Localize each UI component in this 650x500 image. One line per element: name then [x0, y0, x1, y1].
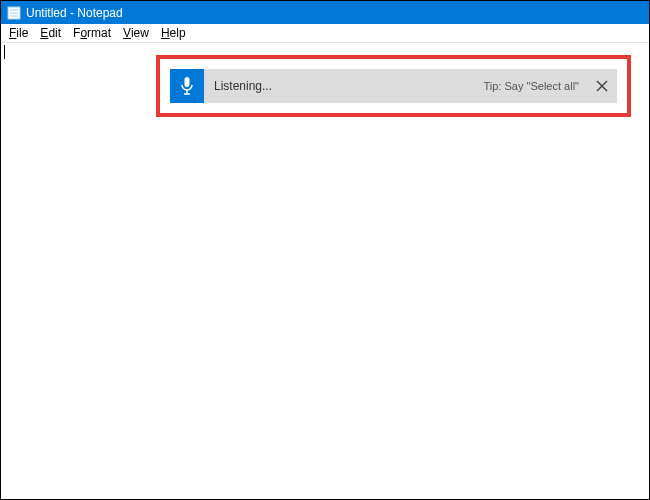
svg-rect-4: [185, 77, 190, 87]
dictation-toolbar: Listening... Tip: Say "Select all": [170, 69, 617, 103]
dictation-tip: Tip: Say "Select all": [484, 80, 587, 92]
notepad-icon: [7, 6, 21, 20]
window-titlebar: Untitled - Notepad: [1, 1, 649, 24]
microphone-icon: [179, 76, 195, 96]
annotation-highlight: Listening... Tip: Say "Select all": [156, 55, 631, 117]
menu-view[interactable]: View: [117, 25, 155, 41]
dictation-status: Listening...: [204, 79, 484, 93]
close-button[interactable]: [587, 69, 617, 103]
menu-file[interactable]: File: [3, 25, 34, 41]
menu-help[interactable]: Help: [155, 25, 192, 41]
text-editor-area[interactable]: Listening... Tip: Say "Select all": [1, 43, 649, 499]
microphone-button[interactable]: [170, 69, 204, 103]
menu-edit[interactable]: Edit: [34, 25, 67, 41]
close-icon: [596, 80, 608, 92]
menubar: File Edit Format View Help: [1, 24, 649, 43]
window-title: Untitled - Notepad: [26, 6, 123, 20]
menu-format[interactable]: Format: [67, 25, 117, 41]
text-cursor: [4, 45, 5, 59]
